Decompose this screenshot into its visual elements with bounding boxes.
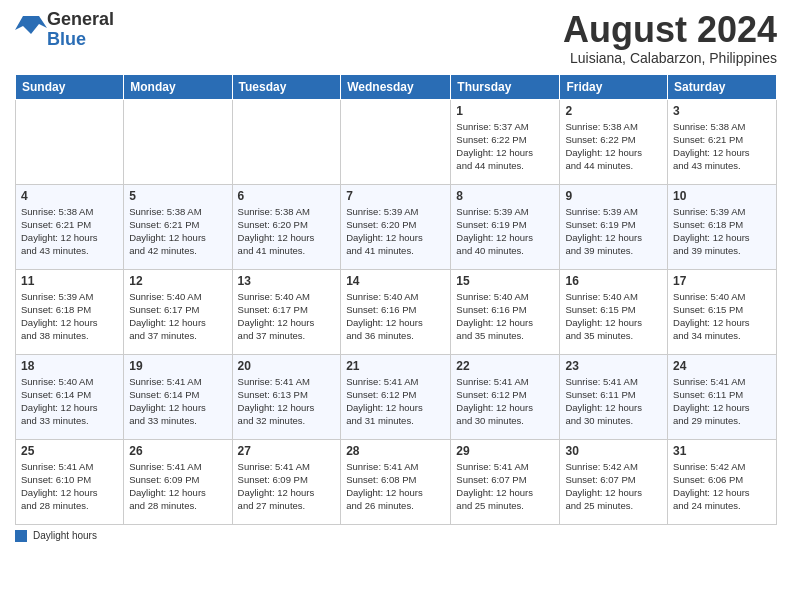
calendar-header-monday: Monday (124, 74, 232, 99)
day-number: 22 (456, 359, 554, 373)
page: General Blue August 2024 Luisiana, Calab… (0, 0, 792, 612)
calendar-cell: 16Sunrise: 5:40 AM Sunset: 6:15 PM Dayli… (560, 269, 668, 354)
day-number: 5 (129, 189, 226, 203)
svg-marker-0 (15, 16, 47, 34)
logo-icon (15, 12, 47, 44)
day-info: Sunrise: 5:40 AM Sunset: 6:16 PM Dayligh… (456, 290, 554, 343)
calendar-cell: 29Sunrise: 5:41 AM Sunset: 6:07 PM Dayli… (451, 439, 560, 524)
day-info: Sunrise: 5:40 AM Sunset: 6:16 PM Dayligh… (346, 290, 445, 343)
day-info: Sunrise: 5:41 AM Sunset: 6:09 PM Dayligh… (129, 460, 226, 513)
day-number: 8 (456, 189, 554, 203)
day-number: 19 (129, 359, 226, 373)
calendar-cell: 3Sunrise: 5:38 AM Sunset: 6:21 PM Daylig… (668, 99, 777, 184)
calendar-cell (232, 99, 341, 184)
calendar-cell: 28Sunrise: 5:41 AM Sunset: 6:08 PM Dayli… (341, 439, 451, 524)
calendar-cell: 7Sunrise: 5:39 AM Sunset: 6:20 PM Daylig… (341, 184, 451, 269)
calendar-cell: 4Sunrise: 5:38 AM Sunset: 6:21 PM Daylig… (16, 184, 124, 269)
day-info: Sunrise: 5:41 AM Sunset: 6:12 PM Dayligh… (456, 375, 554, 428)
day-number: 6 (238, 189, 336, 203)
header: General Blue August 2024 Luisiana, Calab… (15, 10, 777, 66)
location: Luisiana, Calabarzon, Philippines (563, 50, 777, 66)
day-number: 20 (238, 359, 336, 373)
calendar-cell: 18Sunrise: 5:40 AM Sunset: 6:14 PM Dayli… (16, 354, 124, 439)
calendar-cell: 1Sunrise: 5:37 AM Sunset: 6:22 PM Daylig… (451, 99, 560, 184)
calendar-cell: 23Sunrise: 5:41 AM Sunset: 6:11 PM Dayli… (560, 354, 668, 439)
day-info: Sunrise: 5:40 AM Sunset: 6:17 PM Dayligh… (129, 290, 226, 343)
day-number: 2 (565, 104, 662, 118)
calendar-week-1: 1Sunrise: 5:37 AM Sunset: 6:22 PM Daylig… (16, 99, 777, 184)
day-info: Sunrise: 5:41 AM Sunset: 6:11 PM Dayligh… (673, 375, 771, 428)
day-number: 24 (673, 359, 771, 373)
calendar-cell: 5Sunrise: 5:38 AM Sunset: 6:21 PM Daylig… (124, 184, 232, 269)
calendar-cell: 17Sunrise: 5:40 AM Sunset: 6:15 PM Dayli… (668, 269, 777, 354)
calendar-cell: 20Sunrise: 5:41 AM Sunset: 6:13 PM Dayli… (232, 354, 341, 439)
calendar-cell (16, 99, 124, 184)
day-number: 21 (346, 359, 445, 373)
calendar-cell: 21Sunrise: 5:41 AM Sunset: 6:12 PM Dayli… (341, 354, 451, 439)
calendar-header-tuesday: Tuesday (232, 74, 341, 99)
calendar-cell: 26Sunrise: 5:41 AM Sunset: 6:09 PM Dayli… (124, 439, 232, 524)
calendar-cell: 30Sunrise: 5:42 AM Sunset: 6:07 PM Dayli… (560, 439, 668, 524)
calendar-cell: 10Sunrise: 5:39 AM Sunset: 6:18 PM Dayli… (668, 184, 777, 269)
logo-blue: Blue (47, 29, 86, 49)
calendar-cell (341, 99, 451, 184)
month-title: August 2024 (563, 10, 777, 50)
day-info: Sunrise: 5:40 AM Sunset: 6:15 PM Dayligh… (673, 290, 771, 343)
day-info: Sunrise: 5:39 AM Sunset: 6:18 PM Dayligh… (673, 205, 771, 258)
day-info: Sunrise: 5:41 AM Sunset: 6:08 PM Dayligh… (346, 460, 445, 513)
day-info: Sunrise: 5:39 AM Sunset: 6:19 PM Dayligh… (456, 205, 554, 258)
calendar-cell: 9Sunrise: 5:39 AM Sunset: 6:19 PM Daylig… (560, 184, 668, 269)
day-info: Sunrise: 5:38 AM Sunset: 6:21 PM Dayligh… (673, 120, 771, 173)
day-info: Sunrise: 5:41 AM Sunset: 6:07 PM Dayligh… (456, 460, 554, 513)
day-info: Sunrise: 5:39 AM Sunset: 6:19 PM Dayligh… (565, 205, 662, 258)
title-section: August 2024 Luisiana, Calabarzon, Philip… (563, 10, 777, 66)
day-number: 29 (456, 444, 554, 458)
day-number: 13 (238, 274, 336, 288)
day-info: Sunrise: 5:42 AM Sunset: 6:07 PM Dayligh… (565, 460, 662, 513)
day-number: 16 (565, 274, 662, 288)
day-info: Sunrise: 5:38 AM Sunset: 6:21 PM Dayligh… (129, 205, 226, 258)
calendar-cell: 14Sunrise: 5:40 AM Sunset: 6:16 PM Dayli… (341, 269, 451, 354)
day-number: 25 (21, 444, 118, 458)
calendar-cell: 12Sunrise: 5:40 AM Sunset: 6:17 PM Dayli… (124, 269, 232, 354)
day-info: Sunrise: 5:41 AM Sunset: 6:13 PM Dayligh… (238, 375, 336, 428)
day-info: Sunrise: 5:41 AM Sunset: 6:09 PM Dayligh… (238, 460, 336, 513)
legend-label: Daylight hours (33, 530, 97, 541)
calendar-header-wednesday: Wednesday (341, 74, 451, 99)
day-number: 30 (565, 444, 662, 458)
day-info: Sunrise: 5:41 AM Sunset: 6:14 PM Dayligh… (129, 375, 226, 428)
day-number: 1 (456, 104, 554, 118)
day-number: 17 (673, 274, 771, 288)
logo-general: General (47, 9, 114, 29)
calendar-header-saturday: Saturday (668, 74, 777, 99)
calendar-cell: 13Sunrise: 5:40 AM Sunset: 6:17 PM Dayli… (232, 269, 341, 354)
calendar-cell: 2Sunrise: 5:38 AM Sunset: 6:22 PM Daylig… (560, 99, 668, 184)
calendar-cell: 19Sunrise: 5:41 AM Sunset: 6:14 PM Dayli… (124, 354, 232, 439)
day-number: 7 (346, 189, 445, 203)
calendar: SundayMondayTuesdayWednesdayThursdayFrid… (15, 74, 777, 525)
day-info: Sunrise: 5:38 AM Sunset: 6:22 PM Dayligh… (565, 120, 662, 173)
legend: Daylight hours (15, 530, 777, 542)
calendar-week-2: 4Sunrise: 5:38 AM Sunset: 6:21 PM Daylig… (16, 184, 777, 269)
calendar-cell: 27Sunrise: 5:41 AM Sunset: 6:09 PM Dayli… (232, 439, 341, 524)
day-number: 31 (673, 444, 771, 458)
calendar-cell: 22Sunrise: 5:41 AM Sunset: 6:12 PM Dayli… (451, 354, 560, 439)
calendar-cell: 15Sunrise: 5:40 AM Sunset: 6:16 PM Dayli… (451, 269, 560, 354)
day-info: Sunrise: 5:39 AM Sunset: 6:20 PM Dayligh… (346, 205, 445, 258)
day-number: 12 (129, 274, 226, 288)
calendar-week-5: 25Sunrise: 5:41 AM Sunset: 6:10 PM Dayli… (16, 439, 777, 524)
calendar-header-friday: Friday (560, 74, 668, 99)
calendar-cell: 24Sunrise: 5:41 AM Sunset: 6:11 PM Dayli… (668, 354, 777, 439)
calendar-header-sunday: Sunday (16, 74, 124, 99)
day-number: 27 (238, 444, 336, 458)
day-info: Sunrise: 5:40 AM Sunset: 6:17 PM Dayligh… (238, 290, 336, 343)
calendar-week-4: 18Sunrise: 5:40 AM Sunset: 6:14 PM Dayli… (16, 354, 777, 439)
day-info: Sunrise: 5:39 AM Sunset: 6:18 PM Dayligh… (21, 290, 118, 343)
day-number: 15 (456, 274, 554, 288)
day-number: 9 (565, 189, 662, 203)
day-info: Sunrise: 5:38 AM Sunset: 6:20 PM Dayligh… (238, 205, 336, 258)
day-info: Sunrise: 5:41 AM Sunset: 6:11 PM Dayligh… (565, 375, 662, 428)
day-info: Sunrise: 5:40 AM Sunset: 6:15 PM Dayligh… (565, 290, 662, 343)
day-number: 4 (21, 189, 118, 203)
day-number: 10 (673, 189, 771, 203)
